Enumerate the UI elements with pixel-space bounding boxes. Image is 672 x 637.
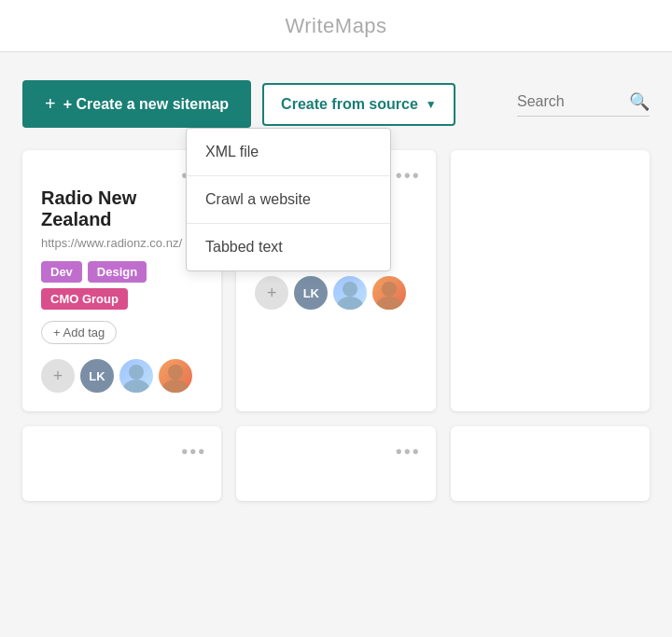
svg-point-2 — [168, 365, 183, 380]
card-tags: Dev Design CMO Group — [41, 261, 203, 310]
plus-icon: + — [45, 93, 56, 115]
dropdown-item-xml-file[interactable]: XML file — [187, 129, 390, 176]
card-avatars: + LK — [41, 359, 203, 393]
search-icon: 🔍 — [629, 91, 650, 112]
card-menu-dots-2[interactable]: ••• — [396, 165, 421, 187]
card-url: https://www.radionz.co.nz/ — [41, 236, 203, 250]
avatar-user2-2 — [372, 276, 406, 310]
search-input[interactable] — [517, 93, 629, 110]
bottom-card-3 — [451, 426, 650, 501]
dropdown-item-crawl-website[interactable]: Crawl a website — [187, 176, 390, 224]
app-title: WriteMaps — [285, 14, 386, 38]
svg-point-6 — [382, 282, 397, 297]
tag-dev[interactable]: Dev — [41, 261, 82, 283]
main-content: + + Create a new sitemap Create from sou… — [0, 52, 672, 523]
svg-point-1 — [123, 380, 149, 393]
avatar-user2 — [159, 359, 192, 393]
bottom-card-1: ••• — [22, 426, 221, 501]
card-avatars-2: + LK — [255, 276, 416, 310]
avatar-user1-2 — [333, 276, 367, 310]
svg-point-3 — [162, 380, 189, 393]
tag-cmo-group[interactable]: CMO Group — [41, 288, 128, 310]
create-from-source-dropdown: XML file Crawl a website Tabbed text — [186, 128, 391, 271]
toolbar: + + Create a new sitemap Create from sou… — [22, 80, 650, 128]
create-from-source-label: Create from source — [281, 96, 418, 113]
svg-point-5 — [337, 297, 363, 310]
svg-point-7 — [376, 297, 402, 310]
add-tag-button[interactable]: + Add tag — [41, 321, 117, 344]
dropdown-item-tabbed-text[interactable]: Tabbed text — [187, 224, 390, 270]
sitemap-card-empty — [451, 150, 650, 411]
bottom-card-2: ••• — [236, 426, 435, 501]
avatar-user1 — [119, 359, 153, 393]
tag-design[interactable]: Design — [88, 261, 147, 283]
create-new-sitemap-button[interactable]: + + Create a new sitemap — [22, 80, 251, 128]
avatar-lk-2: LK — [294, 276, 328, 310]
bottom-card-menu-1[interactable]: ••• — [181, 441, 206, 463]
bottom-card-menu-2[interactable]: ••• — [396, 441, 421, 463]
header: WriteMaps — [0, 0, 672, 52]
create-new-label: + Create a new sitemap — [63, 96, 229, 113]
svg-point-0 — [129, 365, 144, 380]
avatar-lk: LK — [80, 359, 114, 393]
card-title: Radio New Zealand — [41, 187, 203, 230]
add-collaborator-button-2[interactable]: + — [255, 276, 288, 310]
search-container: 🔍 — [517, 91, 650, 117]
chevron-down-icon: ▼ — [426, 98, 437, 111]
create-from-source-button[interactable]: Create from source ▼ — [262, 83, 455, 126]
add-collaborator-button[interactable]: + — [41, 359, 75, 393]
svg-point-4 — [343, 282, 357, 297]
